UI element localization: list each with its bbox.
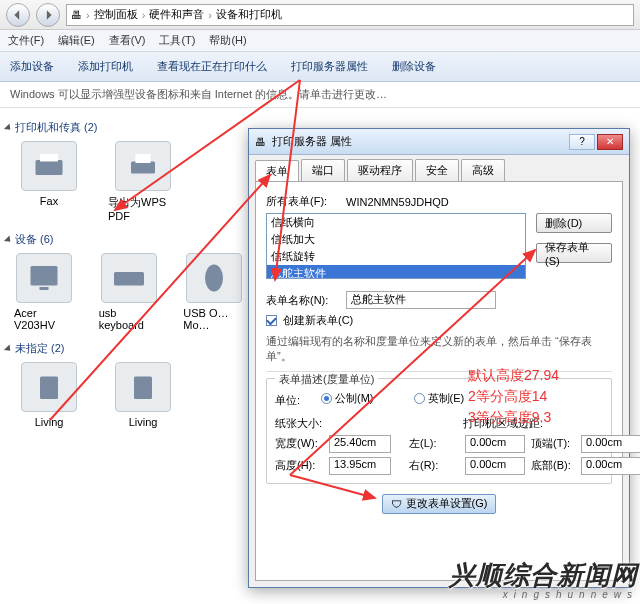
tool-server-properties[interactable]: 打印服务器属性: [291, 59, 368, 74]
create-new-form-checkbox[interactable]: [266, 315, 277, 326]
tab-advanced[interactable]: 高级: [461, 159, 505, 181]
expand-icon[interactable]: [4, 123, 13, 132]
device-generic-icon: [115, 362, 171, 412]
crumb-icon: 🖶: [71, 9, 82, 21]
right-label: 右(R):: [409, 458, 459, 473]
list-item[interactable]: 信纸旋转: [267, 248, 525, 265]
unit-label: 单位:: [275, 393, 315, 408]
svg-rect-4: [31, 266, 58, 286]
save-form-button[interactable]: 保存表单(S): [536, 243, 612, 263]
list-item-selected[interactable]: 总舵主软件: [267, 265, 525, 279]
group-legend: 表单描述(度量单位): [275, 372, 378, 387]
breadcrumb[interactable]: 🖶 › 控制面板 › 硬件和声音 › 设备和打印机: [66, 4, 634, 26]
device-item[interactable]: USB O… Mo…: [183, 253, 244, 331]
expand-icon[interactable]: [4, 235, 13, 244]
nav-back-button[interactable]: [6, 3, 30, 27]
device-panel: 打印机和传真 (2) Fax 导出为WPS PDF 设备 (6) Acer V2…: [0, 108, 250, 604]
close-button[interactable]: ✕: [597, 134, 623, 150]
category-unspecified[interactable]: 未指定 (2): [15, 341, 65, 356]
delete-form-button[interactable]: 删除(D): [536, 213, 612, 233]
mouse-icon: [186, 253, 242, 303]
bottom-input[interactable]: 0.00cm: [581, 457, 640, 475]
tool-see-printing[interactable]: 查看现在正在打印什么: [157, 59, 267, 74]
unit-metric-radio[interactable]: [321, 393, 332, 404]
crumb-hardware-sound[interactable]: 硬件和声音: [149, 7, 204, 22]
menubar: 文件(F) 编辑(E) 查看(V) 工具(T) 帮助(H): [0, 30, 640, 52]
tool-remove-device[interactable]: 删除设备: [392, 59, 436, 74]
info-bar[interactable]: Windows 可以显示增强型设备图标和来自 Internet 的信息。请单击进…: [0, 82, 640, 108]
bottom-label: 底部(B):: [531, 458, 575, 473]
nav-forward-button[interactable]: [36, 3, 60, 27]
device-item[interactable]: Acer V203HV: [14, 253, 75, 331]
paper-size-label: 纸张大小:: [275, 416, 322, 431]
device-item[interactable]: usb keyboard: [99, 253, 160, 331]
note-text: 通过编辑现有的名称和度量单位来定义新的表单，然后单击 “保存表单”。: [266, 334, 612, 365]
height-input[interactable]: 13.95cm: [329, 457, 391, 475]
svg-rect-1: [40, 154, 58, 162]
forms-listbox[interactable]: 信纸横向 信纸加大 信纸旋转 总舵主软件: [266, 213, 526, 279]
all-forms-label: 所有表单(F):: [266, 194, 340, 209]
print-server-properties-dialog: 🖶 打印服务器 属性 ? ✕ 表单 端口 驱动程序 安全 高级 所有表单(F):…: [248, 128, 630, 588]
crumb-devices-printers[interactable]: 设备和打印机: [216, 7, 282, 22]
form-name-input[interactable]: 总舵主软件: [346, 291, 496, 309]
change-form-settings-button[interactable]: 🛡 更改表单设置(G): [382, 494, 497, 514]
left-input[interactable]: 0.00cm: [465, 435, 525, 453]
height-label: 高度(H):: [275, 458, 323, 473]
dialog-title: 打印服务器 属性: [272, 134, 352, 149]
menu-file[interactable]: 文件(F): [8, 33, 44, 48]
svg-rect-0: [36, 160, 63, 175]
svg-rect-2: [131, 162, 155, 174]
tab-forms[interactable]: 表单: [255, 160, 299, 182]
toolbar: 添加设备 添加打印机 查看现在正在打印什么 打印服务器属性 删除设备: [0, 52, 640, 82]
tab-ports[interactable]: 端口: [301, 159, 345, 181]
menu-view[interactable]: 查看(V): [109, 33, 146, 48]
crumb-control-panel[interactable]: 控制面板: [94, 7, 138, 22]
svg-rect-3: [136, 154, 151, 163]
right-input[interactable]: 0.00cm: [465, 457, 525, 475]
tool-add-printer[interactable]: 添加打印机: [78, 59, 133, 74]
margins-label: 打印机区域边距:: [463, 416, 543, 431]
list-item[interactable]: 信纸加大: [267, 231, 525, 248]
category-printers[interactable]: 打印机和传真 (2): [15, 120, 98, 135]
expand-icon[interactable]: [4, 344, 13, 353]
menu-edit[interactable]: 编辑(E): [58, 33, 95, 48]
top-label: 顶端(T):: [531, 436, 575, 451]
left-label: 左(L):: [409, 436, 459, 451]
tool-add-device[interactable]: 添加设备: [10, 59, 54, 74]
menu-tools[interactable]: 工具(T): [159, 33, 195, 48]
width-input[interactable]: 25.40cm: [329, 435, 391, 453]
svg-point-7: [205, 265, 223, 292]
help-button[interactable]: ?: [569, 134, 595, 150]
unit-english-radio[interactable]: [414, 393, 425, 404]
fax-icon: [21, 141, 77, 191]
device-item[interactable]: Living: [108, 362, 178, 428]
menu-help[interactable]: 帮助(H): [209, 33, 246, 48]
width-label: 宽度(W):: [275, 436, 323, 451]
shield-icon: 🛡: [391, 498, 402, 510]
top-input[interactable]: 0.00cm: [581, 435, 640, 453]
svg-rect-6: [114, 272, 144, 286]
monitor-icon: [16, 253, 72, 303]
tab-drivers[interactable]: 驱动程序: [347, 159, 413, 181]
printer-icon: 🖶: [255, 136, 266, 148]
device-generic-icon: [21, 362, 77, 412]
watermark: 兴顺综合新闻网 xingshunnews: [449, 558, 638, 600]
form-name-label: 表单名称(N):: [266, 293, 340, 308]
list-item[interactable]: 信纸横向: [267, 214, 525, 231]
svg-rect-9: [134, 377, 152, 400]
create-new-form-label: 创建新表单(C): [283, 313, 353, 328]
device-item[interactable]: Fax: [14, 141, 84, 222]
printer-icon: [115, 141, 171, 191]
svg-rect-5: [40, 287, 49, 290]
category-devices[interactable]: 设备 (6): [15, 232, 54, 247]
keyboard-icon: [101, 253, 157, 303]
tab-security[interactable]: 安全: [415, 159, 459, 181]
svg-rect-8: [40, 377, 58, 400]
device-item[interactable]: 导出为WPS PDF: [108, 141, 178, 222]
device-item[interactable]: Living: [14, 362, 84, 428]
all-forms-value: WIN2NMN59JDHQD: [346, 196, 449, 208]
